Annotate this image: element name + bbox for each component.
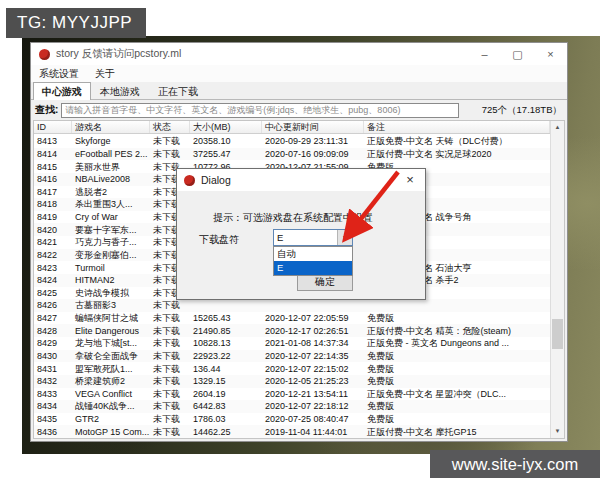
column-header-1[interactable]: 游戏名 bbox=[72, 121, 150, 133]
cell-name: Elite Dangerous bbox=[72, 325, 150, 337]
site-banner: www.site-iyx.com bbox=[430, 450, 600, 478]
cell-time: 2020-12-07 22:14:35 bbox=[262, 350, 364, 362]
cell-name: Cry of War bbox=[72, 211, 150, 223]
table-row[interactable]: 8413Skyforge未下载20358.102020-09-29 23:11:… bbox=[34, 135, 550, 148]
table-scrollbar[interactable]: ▲ ▼ bbox=[550, 121, 564, 438]
cell-size: 20358.10 bbox=[190, 135, 262, 147]
scroll-down-icon[interactable]: ▼ bbox=[551, 425, 564, 438]
table-row[interactable]: 8434战锤40K战争...未下载6442.832020-12-07 22:18… bbox=[34, 400, 550, 413]
cell-name: 要塞十字军东... bbox=[72, 224, 150, 236]
dialog-hint: 提示：可选游戏盘在系统配置中设置 bbox=[213, 211, 373, 225]
cell-name: VEGA Conflict bbox=[72, 388, 150, 400]
search-input[interactable] bbox=[61, 103, 459, 118]
cell-name: Turmoil bbox=[72, 262, 150, 274]
cell-size: 21490.85 bbox=[190, 325, 262, 337]
cell-id: 8415 bbox=[34, 161, 72, 173]
scroll-up-icon[interactable]: ▲ bbox=[551, 121, 564, 134]
cell-id: 8421 bbox=[34, 236, 72, 248]
drive-combobox[interactable]: E ▾ bbox=[273, 229, 353, 246]
cell-time: 2020-12-07 22:15:02 bbox=[262, 363, 364, 375]
tab-1[interactable]: 本地游戏 bbox=[91, 82, 149, 99]
table-row[interactable]: 8435GTR2未下载1786.032020-07-25 08:40:47免费版 bbox=[34, 413, 550, 426]
cell-name: 桥梁建筑师2 bbox=[72, 375, 150, 387]
cell-id: 8436 bbox=[34, 426, 72, 438]
window-controls: – ▢ × bbox=[468, 43, 567, 65]
cell-name: 逃脱者2 bbox=[72, 186, 150, 198]
cell-size: 15265.43 bbox=[190, 312, 262, 324]
cell-time: 2019-11-04 11:44:01 bbox=[262, 426, 364, 438]
table-row[interactable]: 8430拿破仑全面战争未下载22923.222020-12-07 22:14:3… bbox=[34, 350, 550, 363]
cell-id: 8426 bbox=[34, 299, 72, 311]
dialog-title: Dialog bbox=[201, 174, 231, 186]
table-row[interactable]: 8414eFootball PES 2...未下载37255.472020-07… bbox=[34, 148, 550, 161]
table-row[interactable]: 8431盟军敢死队1...未下载136.442020-12-07 22:15:0… bbox=[34, 362, 550, 375]
cell-time: 2020-09-29 23:11:31 bbox=[262, 135, 364, 147]
menu-item-1[interactable]: 关于 bbox=[87, 67, 123, 81]
cell-status: 未下载 bbox=[150, 337, 190, 349]
maximize-icon[interactable]: ▢ bbox=[501, 43, 534, 65]
cell-size: 37255.47 bbox=[190, 148, 262, 160]
cell-name: 巧克力与香子... bbox=[72, 236, 150, 248]
tg-banner: TG: MYYJJPP bbox=[6, 8, 146, 38]
menu-item-0[interactable]: 系统设置 bbox=[31, 67, 87, 81]
cell-name: HITMAN2 bbox=[72, 274, 150, 286]
cell-status: 未下载 bbox=[150, 312, 190, 324]
table-row[interactable]: 8429龙与地下城[st...未下载10828.132021-01-08 14:… bbox=[34, 337, 550, 350]
table-row[interactable]: 8426古墓丽影3未下载 bbox=[34, 299, 550, 312]
cell-id: 8417 bbox=[34, 186, 72, 198]
column-header-0[interactable]: ID bbox=[34, 121, 72, 133]
table-header: ID游戏名状态大小(MB)中心更新时间备注 bbox=[34, 121, 550, 134]
tab-0[interactable]: 中心游戏 bbox=[33, 82, 91, 100]
cell-remark: 正版免费-中文名 星盟冲突（DLC... bbox=[364, 388, 550, 400]
cell-remark: 正版免费 - 英文名 Dungeons and ... bbox=[364, 337, 550, 349]
table-row[interactable]: 8427蝙蝠侠阿甘之城未下载15265.432020-12-07 22:05:5… bbox=[34, 312, 550, 325]
cell-id: 8425 bbox=[34, 287, 72, 299]
cell-name: 战锤40K战争... bbox=[72, 400, 150, 412]
chevron-down-icon[interactable]: ▾ bbox=[337, 230, 352, 245]
column-header-2[interactable]: 状态 bbox=[150, 121, 190, 133]
tab-2[interactable]: 正在下载 bbox=[149, 82, 207, 99]
cell-remark: 免费版 bbox=[364, 363, 550, 375]
dropdown-option-1[interactable]: E bbox=[274, 261, 352, 275]
cell-size: 136.44 bbox=[190, 363, 262, 375]
scrollbar-thumb[interactable] bbox=[552, 319, 563, 349]
dropdown-option-0[interactable]: 自动 bbox=[274, 247, 352, 261]
column-header-3[interactable]: 大小(MB) bbox=[190, 121, 262, 133]
column-header-4[interactable]: 中心更新时间 bbox=[262, 121, 364, 133]
close-icon[interactable]: × bbox=[534, 43, 567, 65]
cell-status: 未下载 bbox=[150, 325, 190, 337]
cell-time: 2020-12-07 22:05:59 bbox=[262, 312, 364, 324]
cell-status: 未下载 bbox=[150, 388, 190, 400]
cell-status: 未下载 bbox=[150, 350, 190, 362]
cell-remark: 免费版 bbox=[364, 400, 550, 412]
table-row[interactable]: 8428Elite Dangerous未下载21490.852020-12-17… bbox=[34, 324, 550, 337]
dialog-close-icon[interactable]: × bbox=[395, 169, 425, 191]
cell-id: 8423 bbox=[34, 262, 72, 274]
cell-id: 8414 bbox=[34, 148, 72, 160]
search-label: 查找: bbox=[35, 103, 58, 117]
cell-status: 未下载 bbox=[150, 426, 190, 438]
cell-id: 8422 bbox=[34, 249, 72, 261]
cell-size: 2604.19 bbox=[190, 388, 262, 400]
drive-field-label: 下载盘符 bbox=[199, 233, 239, 247]
cell-id: 8433 bbox=[34, 388, 72, 400]
table-row[interactable]: 8432桥梁建筑师2未下载1329.152020-12-05 21:25:23免… bbox=[34, 375, 550, 388]
cell-id: 8419 bbox=[34, 211, 72, 223]
menu-bar: 系统设置关于 bbox=[31, 65, 567, 82]
cell-remark: 免费版 bbox=[364, 375, 550, 387]
cell-id: 8435 bbox=[34, 413, 72, 425]
cell-id: 8434 bbox=[34, 400, 72, 412]
cell-status: 未下载 bbox=[150, 400, 190, 412]
minimize-icon[interactable]: – bbox=[468, 43, 501, 65]
cell-remark: 正版付费-中文名 摩托GP15 bbox=[364, 426, 550, 438]
column-header-5[interactable]: 备注 bbox=[364, 121, 550, 133]
cell-status: 未下载 bbox=[150, 148, 190, 160]
cell-remark: 正版付费-中文名 精英：危险(steam) bbox=[364, 325, 550, 337]
table-row[interactable]: 8436MotoGP 15 Com...未下载14462.252019-11-0… bbox=[34, 425, 550, 438]
dialog-title-bar: Dialog × bbox=[177, 169, 425, 191]
cell-id: 8428 bbox=[34, 325, 72, 337]
cell-id: 8416 bbox=[34, 173, 72, 185]
cell-time: 2020-12-21 13:54:11 bbox=[262, 388, 364, 400]
cell-size: 6442.83 bbox=[190, 400, 262, 412]
table-row[interactable]: 8433VEGA Conflict未下载2604.192020-12-21 13… bbox=[34, 388, 550, 401]
